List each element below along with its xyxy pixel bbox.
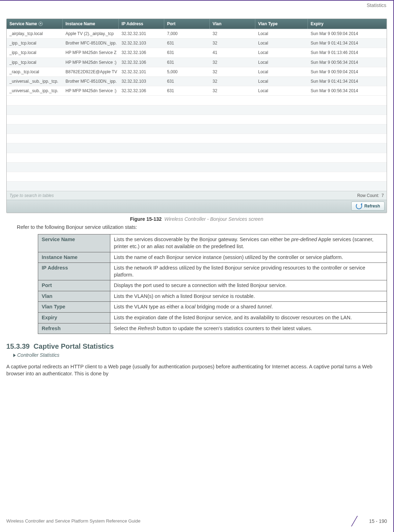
table-row-empty: [7, 143, 387, 153]
refresh-icon: [356, 203, 362, 209]
cell-sn: _airplay._tcp.local: [7, 29, 63, 38]
cell-port: 631: [164, 58, 210, 67]
table-row-empty: [7, 124, 387, 134]
table-row-empty: [7, 172, 387, 182]
definition-term: Vlan: [38, 291, 110, 302]
cell-ip: 32.32.32.106: [119, 48, 164, 57]
cell-in: HP MFP M425dn Service Z: [63, 48, 119, 57]
intro-text: Refer to the following Bonjour service u…: [17, 224, 387, 231]
table-search-input[interactable]: Type to search in tables: [9, 193, 357, 198]
col-header-vlan-type[interactable]: Vlan Type: [255, 19, 308, 29]
definition-term: Instance Name: [38, 252, 110, 263]
col-header-expiry[interactable]: Expiry: [308, 19, 387, 29]
page-footer: Wireless Controller and Service Platform…: [6, 517, 387, 526]
col-header-vlan[interactable]: Vlan: [210, 19, 255, 29]
row-count-label: Row Count:: [357, 193, 379, 198]
definition-row: PortDisplays the port used to secure a c…: [38, 280, 387, 291]
col-header-service-name[interactable]: Service Name: [7, 19, 63, 29]
cell-in: HP MFP M425dn Service :): [63, 86, 119, 95]
definition-desc: Lists the services discoverable by the B…: [110, 234, 387, 252]
cell-vt: Local: [255, 86, 308, 95]
definition-row: RefreshSelect the Refresh button to upda…: [38, 323, 387, 334]
cell-vlan: 32: [210, 77, 255, 86]
cell-vlan: 32: [210, 58, 255, 67]
cell-ip: 32.32.32.106: [119, 86, 164, 95]
table-row[interactable]: _universal._sub._ipp._tcp.HP MFP M425dn …: [7, 86, 387, 96]
table-row-empty: [7, 105, 387, 115]
cell-port: 631: [164, 39, 210, 48]
footer-divider-icon: [345, 517, 366, 526]
definitions-table: Service NameLists the services discovera…: [38, 234, 387, 334]
footer-page-number: 15 - 190: [369, 518, 387, 525]
definition-desc: Lists the name of each Bonjour service i…: [110, 252, 387, 263]
table-row[interactable]: _airplay._tcp.localApple TV (2)._airplay…: [7, 29, 387, 39]
cell-vt: Local: [255, 58, 308, 67]
table-row[interactable]: _universal._sub._ipp._tcp.Brother MFC-85…: [7, 77, 387, 86]
cell-vt: Local: [255, 77, 308, 86]
cell-in: Apple TV (2)._airplay._tcp: [63, 29, 119, 38]
cell-sn: _universal._sub._ipp._tcp.: [7, 86, 63, 95]
breadcrumb-arrow-icon: [13, 354, 16, 357]
definition-desc: Select the Refresh button to update the …: [110, 323, 387, 334]
section-number: 15.3.39: [6, 342, 30, 350]
breadcrumb-label: Controller Statistics: [17, 352, 60, 358]
grid-footer: Type to search in tables Row Count: 7: [7, 191, 387, 200]
section-paragraph: A captive portal redirects an HTTP clien…: [6, 363, 387, 377]
definition-row: ExpiryLists the expiration date of the l…: [38, 312, 387, 323]
col-header-instance-name[interactable]: Instance Name: [63, 19, 119, 29]
row-count-value: 7: [381, 193, 384, 198]
figure-number: Figure 15-132: [130, 216, 161, 222]
cell-vlan: 32: [210, 67, 255, 76]
definition-desc: Displays the port used to secure a conne…: [110, 280, 387, 291]
definition-row: Vlan TypeLists the VLAN type as either a…: [38, 302, 387, 313]
footer-guide-name: Wireless Controller and Service Platform…: [6, 518, 140, 524]
cell-ip: 32.32.32.103: [119, 77, 164, 86]
cell-ex: Sun Mar 9 01:41:34 2014: [308, 77, 387, 86]
table-row-empty: [7, 153, 387, 163]
cell-port: 631: [164, 77, 210, 86]
definition-term: Service Name: [38, 234, 110, 252]
table-row-empty: [7, 96, 387, 105]
refresh-bar: Refresh: [7, 200, 387, 213]
bonjour-screenshot: Service Name Instance Name IP Address Po…: [6, 19, 387, 213]
cell-in: B8782E2D922E@Apple TV: [63, 67, 119, 76]
table-row-empty: [7, 134, 387, 143]
cell-vlan: 32: [210, 86, 255, 95]
definition-term: Vlan Type: [38, 302, 110, 313]
definition-desc: Lists the VLAN(s) on which a listed Bonj…: [110, 291, 387, 302]
cell-vlan: 32: [210, 39, 255, 48]
cell-ex: Sun Mar 9 00:59:04 2014: [308, 29, 387, 38]
definition-term: Refresh: [38, 323, 110, 334]
definition-row: IP AddressLists the network IP address u…: [38, 263, 387, 280]
definition-row: VlanLists the VLAN(s) on which a listed …: [38, 291, 387, 302]
col-header-ip-address[interactable]: IP Address: [119, 19, 164, 29]
section-breadcrumb[interactable]: Controller Statistics: [13, 352, 387, 359]
table-row[interactable]: _ipp._tcp.localHP MFP M425dn Service Z32…: [7, 48, 387, 57]
cell-sn: _ipp._tcp.local: [7, 58, 63, 67]
table-row-empty: [7, 163, 387, 172]
cell-ex: Sun Mar 9 00:56:34 2014: [308, 86, 387, 95]
table-row-empty: [7, 115, 387, 124]
refresh-button[interactable]: Refresh: [351, 202, 385, 211]
table-row[interactable]: _raop._tcp.localB8782E2D922E@Apple TV32.…: [7, 67, 387, 77]
col-header-port[interactable]: Port: [164, 19, 210, 29]
cell-ip: 32.32.32.103: [119, 39, 164, 48]
refresh-button-label: Refresh: [364, 203, 380, 209]
definition-desc: Lists the expiration date of the listed …: [110, 312, 387, 323]
figure-caption: Figure 15-132 Wireless Controller - Bonj…: [6, 216, 387, 223]
cell-ex: Sun Mar 9 00:56:34 2014: [308, 58, 387, 67]
cell-vt: Local: [255, 67, 308, 76]
table-row[interactable]: _ipp._tcp.localBrother MFC-8510DN._ipp.3…: [7, 39, 387, 48]
definition-term: Port: [38, 280, 110, 291]
table-row-empty: [7, 182, 387, 191]
definition-term: Expiry: [38, 312, 110, 323]
cell-sn: _universal._sub._ipp._tcp.: [7, 77, 63, 86]
sort-asc-icon: [39, 22, 43, 26]
cell-sn: _ipp._tcp.local: [7, 39, 63, 48]
table-row[interactable]: _ipp._tcp.localHP MFP M425dn Service :)3…: [7, 58, 387, 67]
cell-port: 7,000: [164, 29, 210, 38]
cell-ex: Sun Mar 9 01:13:46 2014: [308, 48, 387, 57]
col-header-label: Service Name: [9, 21, 37, 27]
section-heading: 15.3.39 Captive Portal Statistics: [6, 342, 387, 351]
definition-row: Service NameLists the services discovera…: [38, 234, 387, 252]
